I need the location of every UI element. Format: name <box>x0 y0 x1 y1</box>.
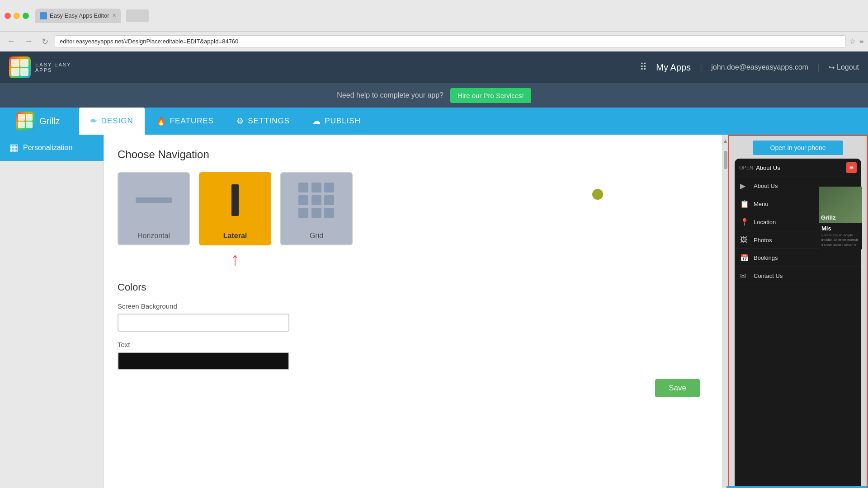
location-menu-label: Location <box>754 219 776 225</box>
about-us-menu-label: About Us <box>754 183 778 189</box>
nav-option-lateral[interactable]: Lateral <box>199 172 271 245</box>
colors-section: Colors Screen Background Text <box>118 282 709 370</box>
nav-options: Horizontal Lateral ↑ <box>118 172 709 268</box>
my-apps-link[interactable]: My Apps <box>656 62 691 73</box>
tab-settings[interactable]: ⚙ SETTINGS <box>225 108 301 135</box>
text-color-label: Text <box>118 341 709 348</box>
tab-favicon <box>40 12 47 19</box>
screen-bg-input[interactable] <box>118 314 289 332</box>
window-controls <box>5 13 29 19</box>
back-btn[interactable]: ← <box>5 36 18 47</box>
nav-option-horizontal[interactable]: Horizontal <box>118 172 190 245</box>
header-nav: ⠿ My Apps | john.doe@easyeasyapps.com | … <box>640 61 859 73</box>
phone-menu: ▶ About Us 📋 Menu 📍 Location 🖼 Photos 📅 <box>735 177 861 488</box>
grillz-overlay-label: Grillz <box>821 214 836 221</box>
phone-top-bar: OPEN About Us ≡ <box>735 159 861 177</box>
section-title: Choose Navigation <box>118 148 709 161</box>
sidebar-item-label: Personalization <box>23 144 72 152</box>
tab-design[interactable]: ✏ DESIGN <box>79 108 145 135</box>
save-btn-container: Save <box>118 379 709 397</box>
close-window-btn[interactable] <box>5 13 11 19</box>
browser-nav-icons: ☆ ≡ <box>849 37 863 46</box>
text-color-input[interactable] <box>118 352 289 370</box>
promo-bar: Need help to complete your app? Hire our… <box>0 83 868 108</box>
text-color-field: Text <box>118 341 709 370</box>
settings-icon: ⚙ <box>236 116 244 126</box>
content-title: Mis <box>821 225 860 232</box>
design-label: DESIGN <box>101 117 133 126</box>
logout-icon: ↪ <box>829 63 835 72</box>
app-nav-bar: Grillz ✏ DESIGN 🔥 FEATURES ⚙ SETTINGS ☁ … <box>0 108 868 135</box>
selection-arrow-icon: ↑ <box>231 250 240 268</box>
content-with-scroll: Choose Navigation Horizontal <box>104 135 728 488</box>
bookmark-icon[interactable]: ☆ <box>849 37 856 46</box>
lateral-label: Lateral <box>200 227 270 244</box>
logout-btn[interactable]: ↪ Logout <box>829 63 859 72</box>
header-divider-2: | <box>817 62 820 73</box>
phone-hamburger-icon[interactable]: ≡ <box>846 162 857 173</box>
reload-btn[interactable]: ↻ <box>39 36 51 47</box>
horizontal-bar-icon <box>136 197 172 203</box>
minimize-window-btn[interactable] <box>14 13 20 19</box>
bookings-menu-icon: 📅 <box>740 253 749 262</box>
horizontal-label: Horizontal <box>118 227 189 244</box>
horizontal-visual <box>118 173 189 227</box>
phone-frame: OPEN About Us ≡ ▶ About Us 📋 Menu 📍 Lo <box>735 159 861 488</box>
logo-area: EASY EASY APPS <box>9 56 71 78</box>
live-help-bar[interactable]: Live Help: Offline ∧ <box>726 486 867 488</box>
screen-bg-label: Screen Background <box>118 302 709 310</box>
screen-bg-field: Screen Background <box>118 302 709 332</box>
features-icon: 🔥 <box>156 116 166 126</box>
photos-menu-label: Photos <box>754 237 772 244</box>
phone-menu-item-bookings[interactable]: 📅 Bookings <box>735 249 861 267</box>
phone-menu-item-contactus[interactable]: ✉ Contact Us <box>735 267 861 285</box>
publish-label: PUBLISH <box>325 117 361 126</box>
grid-visual-container <box>281 173 352 227</box>
open-label: OPEN <box>739 165 753 170</box>
hire-pro-services-btn[interactable]: Hire our Pro Services! <box>450 88 531 103</box>
apps-grid-icon[interactable]: ⠿ <box>640 61 647 73</box>
phone-about-us-label: About Us <box>756 164 780 171</box>
promo-text: Need help to complete your app? <box>337 91 443 99</box>
tab-publish[interactable]: ☁ PUBLISH <box>301 108 372 135</box>
scrollbar[interactable]: ▲ ▼ <box>722 135 728 488</box>
maximize-window-btn[interactable] <box>23 13 29 19</box>
design-icon: ✏ <box>90 116 98 126</box>
scroll-thumb[interactable] <box>724 151 727 169</box>
sidebar-item-personalization[interactable]: ▦ Personalization <box>0 135 104 161</box>
tab-features[interactable]: 🔥 FEATURES <box>145 108 225 135</box>
header-divider: | <box>700 62 702 73</box>
logo-icon <box>9 56 31 78</box>
publish-icon: ☁ <box>312 116 321 126</box>
save-button[interactable]: Save <box>655 379 700 397</box>
scroll-up-icon[interactable]: ▲ <box>722 136 728 146</box>
browser-tab[interactable]: Easy Easy Apps Editor ✕ <box>35 9 121 23</box>
forward-btn[interactable]: → <box>22 36 35 47</box>
nav-tabs: ✏ DESIGN 🔥 FEATURES ⚙ SETTINGS ☁ PUBLISH <box>79 108 372 135</box>
menu-menu-label: Menu <box>754 201 769 207</box>
lorem-text: Lorem ipsum adipis incidid. Ut enim exer… <box>821 233 860 247</box>
nav-option-grid[interactable]: Grid <box>280 172 353 245</box>
bookings-menu-label: Bookings <box>754 254 778 261</box>
app-name: Grillz <box>39 116 60 127</box>
app-icon <box>16 112 35 131</box>
browser-chrome: Easy Easy Apps Editor ✕ ← → ↻ ☆ ≡ <box>0 0 868 52</box>
browser-nav-bar: ← → ↻ ☆ ≡ <box>0 32 868 52</box>
grid-label: Grid <box>281 227 352 244</box>
colors-title: Colors <box>118 282 709 293</box>
tab-close-btn[interactable]: ✕ <box>112 13 116 19</box>
menu-menu-icon: 📋 <box>740 200 749 208</box>
open-in-phone-btn[interactable]: Open in your phone <box>753 141 843 155</box>
features-label: FEATURES <box>170 117 214 126</box>
phone-app-name: OPEN About Us <box>739 164 780 171</box>
new-tab-btn[interactable] <box>126 9 149 22</box>
address-bar[interactable] <box>55 35 846 48</box>
phone-content-text: Mis Lorem ipsum adipis incidid. Ut enim … <box>819 223 861 249</box>
user-email: john.doe@easyeasyapps.com <box>711 63 808 71</box>
phone-content-image: Grillz <box>819 187 861 223</box>
settings-icon[interactable]: ≡ <box>859 38 863 46</box>
about-us-menu-icon: ▶ <box>740 182 749 190</box>
lateral-bar-icon <box>231 184 239 216</box>
app-header: EASY EASY APPS ⠿ My Apps | john.doe@easy… <box>0 52 868 83</box>
personalization-icon: ▦ <box>9 142 19 154</box>
